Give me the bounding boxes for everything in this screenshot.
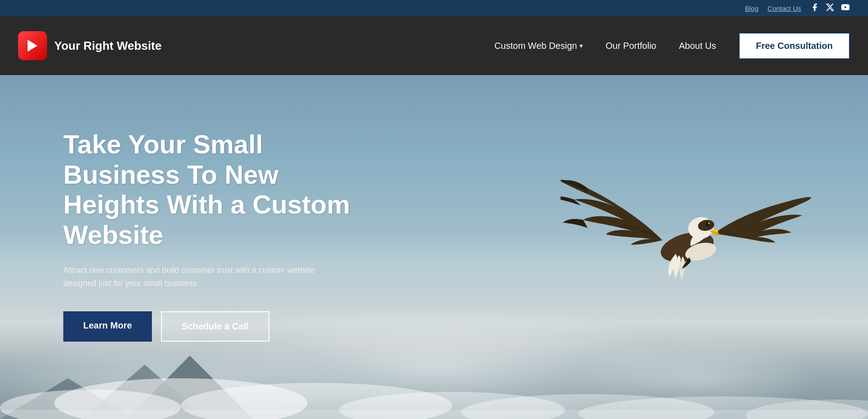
nav-custom-web-design[interactable]: Custom Web Design ▾ [494,41,583,51]
blog-link[interactable]: Blog [745,5,759,12]
svg-marker-1 [28,40,38,52]
nav-links: Custom Web Design ▾ Our Portfolio About … [494,33,850,59]
eagle-illustration [561,111,814,365]
hero-content: Take Your Small Business To New Heights … [0,75,362,342]
hero-section: Take Your Small Business To New Heights … [0,75,868,419]
facebook-icon[interactable] [810,3,819,14]
svg-rect-12 [0,410,868,419]
top-bar: Blog Contact Us [0,0,868,16]
learn-more-button[interactable]: Learn More [63,311,152,342]
svg-point-17 [706,222,710,227]
logo-icon [18,31,47,60]
x-twitter-icon[interactable] [826,3,835,14]
hero-subtitle: Attract new customers and build customer… [63,264,344,290]
contact-link[interactable]: Contact Us [768,5,801,12]
schedule-call-button[interactable]: Schedule a Call [161,311,269,342]
chevron-down-icon: ▾ [580,42,583,49]
brand-logo[interactable]: Your Right Website [18,31,161,60]
youtube-icon[interactable] [841,3,850,14]
nav-about-us[interactable]: About Us [679,41,716,51]
hero-title: Take Your Small Business To New Heights … [63,129,362,250]
social-icons [810,3,850,14]
svg-point-19 [708,224,709,224]
hero-buttons: Learn More Schedule a Call [63,311,362,342]
free-consultation-button[interactable]: Free Consultation [739,33,850,59]
brand-name: Your Right Website [54,39,161,53]
navbar: Your Right Website Custom Web Design ▾ O… [0,16,868,75]
nav-our-portfolio[interactable]: Our Portfolio [605,41,656,51]
